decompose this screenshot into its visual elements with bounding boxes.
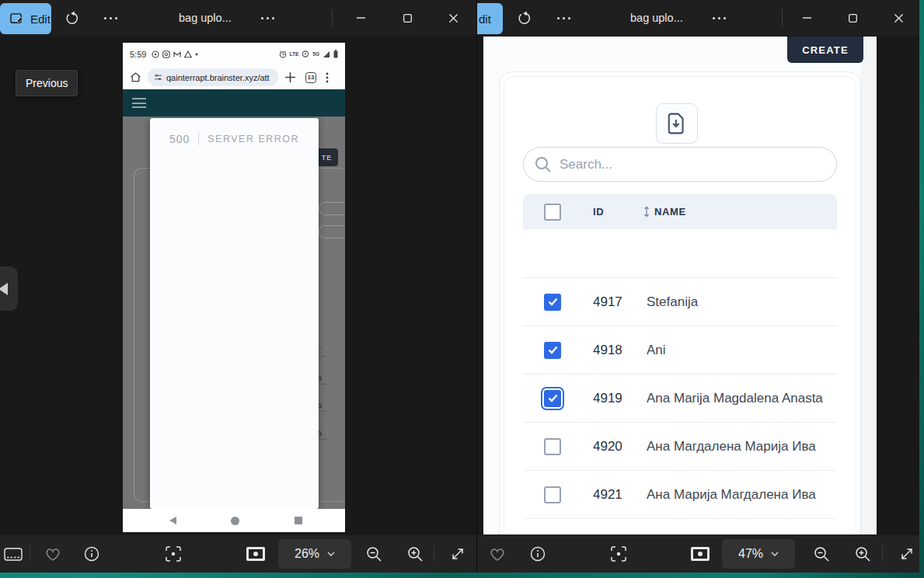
cast-icon — [302, 50, 309, 57]
signal-icon — [323, 50, 330, 58]
visual-search-icon — [165, 545, 182, 562]
bottom-toolbar: 47% — [477, 535, 919, 573]
bottom-toolbar: 26% — [0, 535, 476, 573]
row-id: 4917 — [593, 294, 647, 310]
visual-search-button[interactable] — [160, 535, 187, 573]
info-icon — [530, 546, 546, 562]
select-all-checkbox — [544, 204, 561, 221]
android-nav-bar — [123, 509, 345, 532]
alarm-icon — [279, 50, 287, 58]
recents-icon — [295, 517, 302, 524]
window-title: bag uplo... — [630, 0, 683, 36]
zoom-out-icon — [366, 546, 382, 562]
zoom-out-icon — [814, 546, 830, 562]
lte-icon: LTE — [290, 51, 299, 57]
more-options-button[interactable] — [552, 0, 575, 36]
titlebar-divider — [782, 9, 783, 26]
previous-arrow-icon — [0, 283, 8, 295]
row-id: 4919 — [593, 391, 647, 406]
row-id: 4918 — [593, 343, 647, 358]
row-id: 4921 — [593, 487, 647, 503]
edit-button[interactable]: dit — [477, 3, 503, 34]
row-id: 4920 — [593, 439, 647, 454]
zoom-level-dropdown[interactable]: 47% — [722, 539, 795, 569]
zoom-in-button[interactable] — [849, 535, 876, 573]
zoom-level-dropdown[interactable]: 26% — [278, 539, 351, 569]
search-field — [523, 147, 837, 182]
zoom-in-button[interactable] — [402, 535, 428, 573]
titlebar: Edit bag uplo... — [0, 0, 476, 36]
table-row: 4920 Ана Магдалена Марија Ива — [523, 423, 837, 471]
back-icon — [169, 517, 176, 524]
visual-search-icon — [610, 545, 627, 562]
more-options-button[interactable] — [99, 0, 122, 36]
table-header: ID NAME — [523, 194, 837, 229]
url-text: qainterrapt.brainster.xyz/att — [166, 73, 270, 82]
server-error-modal: 500 SERVER ERROR — [150, 118, 319, 509]
heart-icon — [44, 546, 61, 562]
row-checkbox — [544, 342, 561, 359]
dot-icon — [195, 53, 198, 56]
close-button[interactable] — [887, 0, 910, 36]
row-name: Ana Marija Magdalena Anasta — [647, 391, 837, 406]
fullscreen-button[interactable] — [894, 535, 919, 573]
toolbar-divider — [434, 545, 434, 562]
zoom-out-button[interactable] — [808, 535, 835, 573]
more-overflow-button[interactable] — [256, 0, 279, 36]
fullscreen-icon — [899, 546, 915, 562]
row-checkbox — [544, 390, 561, 407]
dimmed-page: TE t: a a a 500 SERVER ERROR — [123, 117, 345, 509]
row-name: Ана Марија Магдалена Ива — [647, 487, 837, 503]
previous-image-button[interactable] — [0, 266, 18, 311]
previous-tooltip: Previous — [16, 70, 78, 96]
rotate-button[interactable] — [60, 0, 83, 36]
heart-icon — [489, 546, 506, 562]
fit-screen-button[interactable] — [687, 535, 713, 573]
error-label: SERVER ERROR — [207, 134, 299, 144]
maximize-button[interactable] — [841, 0, 864, 36]
row-checkbox — [544, 438, 561, 455]
photos-window-left: Edit bag uplo... Previous 5:59 — [0, 0, 476, 573]
row-name: Stefanija — [647, 294, 837, 310]
close-button[interactable] — [441, 0, 465, 36]
error-code: 500 — [169, 133, 190, 145]
home-icon — [129, 71, 142, 84]
fit-screen-button[interactable] — [242, 535, 269, 573]
photo-edge — [861, 37, 877, 534]
minimize-button[interactable] — [795, 0, 818, 36]
window-title: bag uplo... — [179, 0, 232, 36]
fullscreen-button[interactable] — [445, 535, 471, 573]
new-tab-icon — [284, 71, 296, 83]
titlebar: dit bag uplo... — [477, 0, 919, 36]
maximize-button[interactable] — [396, 0, 419, 36]
zoom-out-button[interactable] — [361, 535, 387, 573]
name-header: NAME — [654, 206, 686, 218]
dimmed-card-fragment — [134, 168, 151, 502]
row-name: Ani — [647, 343, 837, 358]
fit-screen-icon — [246, 547, 265, 561]
zoom-level-value: 26% — [295, 547, 319, 561]
desktop: { "left_window": { "titlebar": { "edit":… — [0, 0, 924, 578]
row-name: Ана Магдалена Марија Ива — [647, 439, 837, 454]
edit-image-icon — [9, 12, 24, 26]
toolbar-divider — [30, 545, 30, 562]
favorite-button[interactable] — [484, 535, 511, 573]
phone-icon — [152, 50, 159, 58]
minimize-button[interactable] — [349, 0, 372, 36]
visual-search-button[interactable] — [605, 535, 632, 573]
more-overflow-icon — [261, 17, 274, 19]
filmstrip-button[interactable] — [0, 535, 26, 573]
fit-screen-icon — [691, 547, 710, 561]
more-overflow-icon — [713, 17, 726, 19]
dimmed-header-fragment — [319, 225, 345, 239]
dimmed-create-fragment: TE — [316, 148, 338, 166]
rotate-button[interactable] — [512, 0, 535, 36]
search-input — [560, 157, 825, 172]
edit-label: Edit — [30, 12, 51, 26]
edit-button[interactable]: Edit — [0, 3, 51, 34]
more-overflow-button[interactable] — [707, 0, 730, 36]
info-button[interactable] — [78, 535, 105, 573]
favorite-button[interactable] — [40, 535, 66, 573]
zoom-in-icon — [855, 546, 871, 562]
info-button[interactable] — [525, 535, 551, 573]
